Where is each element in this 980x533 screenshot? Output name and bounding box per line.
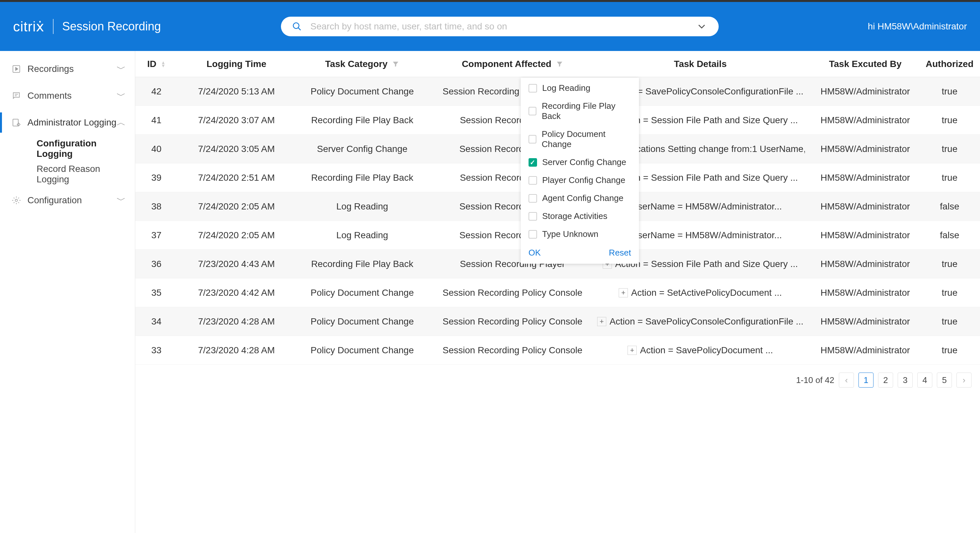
checkbox-icon[interactable] bbox=[528, 107, 537, 115]
cell-time: 7/24/2020 2:05 AM bbox=[178, 230, 295, 241]
filter-option-player-config-change[interactable]: Player Config Change bbox=[521, 171, 639, 189]
filter-option-label: Policy Document Change bbox=[542, 129, 631, 149]
table-row[interactable]: 337/23/2020 4:28 AMPolicy Document Chang… bbox=[135, 336, 980, 365]
checkbox-icon[interactable] bbox=[528, 158, 537, 167]
cell-executed-by: HM58W/Administrator bbox=[805, 230, 926, 241]
cell-id: 35 bbox=[135, 287, 178, 298]
pagination-page-5[interactable]: 5 bbox=[937, 373, 952, 388]
cell-executed-by: HM58W/Administrator bbox=[805, 86, 926, 97]
filter-icon[interactable] bbox=[556, 61, 563, 68]
col-header-task-details[interactable]: Task Details bbox=[596, 59, 805, 69]
cell-id: 36 bbox=[135, 259, 178, 269]
col-header-component-affected[interactable]: Component Affected bbox=[429, 59, 596, 69]
pagination-page-3[interactable]: 3 bbox=[898, 373, 913, 388]
svg-point-7 bbox=[18, 123, 20, 126]
checkbox-icon[interactable] bbox=[528, 176, 537, 185]
expand-icon[interactable]: + bbox=[597, 317, 606, 326]
cell-authorized: true bbox=[926, 172, 980, 183]
filter-option-recording-file-play-back[interactable]: Recording File Play Back bbox=[521, 97, 639, 125]
checkbox-icon[interactable] bbox=[528, 230, 537, 239]
cell-id: 33 bbox=[135, 345, 178, 356]
search-input[interactable] bbox=[310, 21, 696, 32]
chevron-down-icon: ﹀ bbox=[117, 194, 126, 206]
cell-details: +Action = SavePolicyDocument ... bbox=[596, 345, 805, 356]
brand-block: citriẋ Session Recording bbox=[13, 19, 161, 35]
sidebar-item-comments[interactable]: Comments﹀ bbox=[0, 82, 135, 109]
pagination-page-4[interactable]: 4 bbox=[917, 373, 932, 388]
filter-reset-button[interactable]: Reset bbox=[609, 248, 631, 258]
cell-component: Session Recording Policy Console bbox=[429, 345, 596, 356]
col-header-logging-time[interactable]: Logging Time bbox=[178, 59, 295, 69]
sidebar-subitem-record-reason-logging[interactable]: Record Reason Logging bbox=[0, 161, 135, 187]
cell-authorized: true bbox=[926, 287, 980, 298]
cell-authorized: true bbox=[926, 115, 980, 126]
checkbox-icon[interactable] bbox=[528, 135, 537, 144]
cell-authorized: false bbox=[926, 230, 980, 241]
sidebar-item-label: Configuration bbox=[27, 195, 117, 206]
filter-option-label: Log Reading bbox=[542, 83, 590, 93]
cell-category: Policy Document Change bbox=[295, 287, 429, 298]
filter-option-policy-document-change[interactable]: Policy Document Change bbox=[521, 125, 639, 153]
sidebar-item-administrator-logging[interactable]: Administrator Logging︿ bbox=[0, 109, 135, 136]
filter-option-label: Storage Activities bbox=[542, 211, 607, 221]
table-row[interactable]: 347/23/2020 4:28 AMPolicy Document Chang… bbox=[135, 307, 980, 336]
sidebar-item-label: Recordings bbox=[27, 64, 117, 74]
search-bar[interactable] bbox=[281, 17, 719, 36]
pagination-next-button[interactable]: › bbox=[956, 373, 972, 388]
cell-executed-by: HM58W/Administrator bbox=[805, 172, 926, 183]
comments-icon bbox=[9, 91, 24, 101]
cell-authorized: true bbox=[926, 259, 980, 269]
search-dropdown-icon[interactable] bbox=[696, 21, 708, 32]
col-header-task-category[interactable]: Task Category bbox=[295, 59, 429, 69]
cell-executed-by: HM58W/Administrator bbox=[805, 144, 926, 154]
sidebar-item-configuration[interactable]: Configuration﹀ bbox=[0, 187, 135, 214]
task-category-filter-popup: Log ReadingRecording File Play BackPolic… bbox=[521, 78, 639, 264]
pagination-page-2[interactable]: 2 bbox=[878, 373, 893, 388]
filter-option-storage-activities[interactable]: Storage Activities bbox=[521, 207, 639, 225]
filter-option-type-unknown[interactable]: Type Unknown bbox=[521, 225, 639, 243]
svg-line-1 bbox=[298, 28, 301, 30]
cell-executed-by: HM58W/Administrator bbox=[805, 201, 926, 212]
expand-icon[interactable]: + bbox=[619, 288, 628, 297]
filter-option-log-reading[interactable]: Log Reading bbox=[521, 79, 639, 97]
play-icon bbox=[9, 64, 24, 73]
chevron-down-icon: ﹀ bbox=[117, 63, 126, 75]
sidebar-item-recordings[interactable]: Recordings﹀ bbox=[0, 56, 135, 82]
checkbox-icon[interactable] bbox=[528, 84, 537, 93]
cell-time: 7/23/2020 4:28 AM bbox=[178, 316, 295, 327]
filter-option-agent-config-change[interactable]: Agent Config Change bbox=[521, 189, 639, 207]
pagination-prev-button[interactable]: ‹ bbox=[839, 373, 854, 388]
pagination-page-1[interactable]: 1 bbox=[859, 373, 873, 388]
filter-icon[interactable] bbox=[392, 61, 399, 68]
filter-option-server-config-change[interactable]: Server Config Change bbox=[521, 153, 639, 171]
cell-category: Recording File Play Back bbox=[295, 172, 429, 183]
checkbox-icon[interactable] bbox=[528, 212, 537, 220]
brand-divider bbox=[53, 19, 54, 34]
cell-category: Recording File Play Back bbox=[295, 115, 429, 126]
cell-category: Recording File Play Back bbox=[295, 259, 429, 269]
filter-ok-button[interactable]: OK bbox=[528, 248, 541, 258]
cell-authorized: true bbox=[926, 316, 980, 327]
cell-time: 7/23/2020 4:28 AM bbox=[178, 345, 295, 356]
expand-icon[interactable]: + bbox=[627, 346, 637, 355]
filter-option-label: Type Unknown bbox=[542, 229, 598, 239]
table-row[interactable]: 357/23/2020 4:42 AMPolicy Document Chang… bbox=[135, 278, 980, 307]
table-header: ID ▲▼ Logging Time Task Category Compone… bbox=[135, 51, 980, 77]
col-header-authorized[interactable]: Authorized bbox=[926, 59, 980, 69]
cell-details: +Action = SavePolicyConsoleConfiguration… bbox=[596, 316, 805, 327]
col-header-id[interactable]: ID ▲▼ bbox=[135, 59, 178, 69]
col-header-task-executed-by[interactable]: Task Excuted By bbox=[805, 59, 926, 69]
cell-time: 7/24/2020 2:51 AM bbox=[178, 172, 295, 183]
cell-id: 37 bbox=[135, 230, 178, 241]
admin-icon bbox=[9, 118, 24, 127]
sidebar-subitem-configuration-logging[interactable]: Configuration Logging bbox=[0, 136, 135, 161]
cell-authorized: true bbox=[926, 345, 980, 356]
cell-details: +Action = SetActivePolicyDocument ... bbox=[596, 287, 805, 298]
search-icon bbox=[292, 22, 302, 31]
svg-point-8 bbox=[15, 199, 18, 202]
cell-time: 7/23/2020 4:43 AM bbox=[178, 259, 295, 269]
cell-category: Policy Document Change bbox=[295, 86, 429, 97]
brand-logo: citriẋ bbox=[13, 19, 45, 35]
checkbox-icon[interactable] bbox=[528, 194, 537, 203]
cell-executed-by: HM58W/Administrator bbox=[805, 115, 926, 126]
